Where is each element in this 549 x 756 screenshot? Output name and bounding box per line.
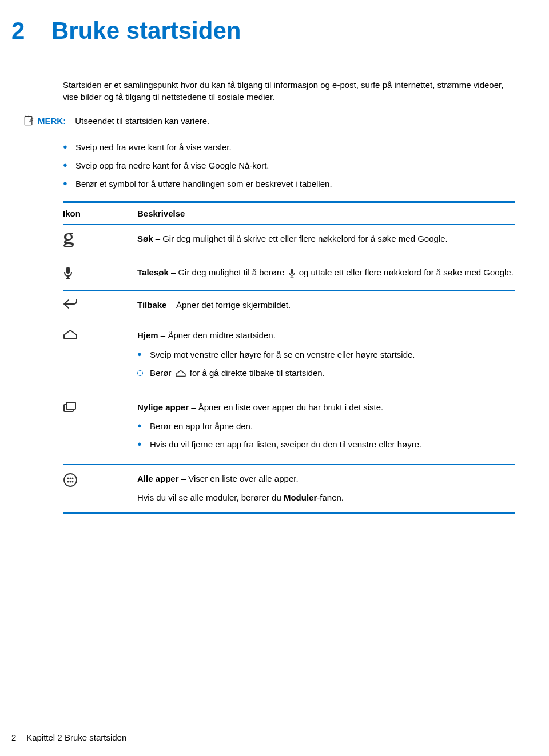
svg-rect-0: [25, 117, 32, 125]
row-label: Søk: [137, 234, 153, 243]
note-label: MERK:: [38, 116, 66, 126]
all-apps-icon: [63, 473, 78, 487]
intro-paragraph: Startsiden er et samlingspunkt hvor du k…: [63, 79, 515, 103]
icon-description-table: Ikon Beskrivelse Søk – Gir deg mulighet …: [63, 201, 515, 514]
svg-point-14: [70, 481, 71, 483]
table-row: Hjem – Åpner den midtre startsiden. Svei…: [63, 321, 515, 393]
row-text: Gir deg mulighet til å skrive ett eller …: [162, 234, 448, 243]
svg-rect-8: [66, 402, 75, 409]
table-row: Tilbake – Åpner det forrige skjermbildet…: [63, 291, 515, 321]
note-icon: [23, 115, 34, 126]
list-item: Berør et symbol for å utføre handlingen …: [63, 177, 515, 191]
back-icon: [63, 299, 78, 310]
row-label: Hjem: [137, 330, 158, 340]
table-row: Søk – Gir deg mulighet til å skrive ett …: [63, 225, 515, 258]
svg-point-13: [67, 481, 69, 483]
page-number: 2: [11, 733, 24, 742]
chapter-header: 2 Bruke startsiden: [11, 17, 515, 45]
row-label: Alle apper: [137, 474, 179, 483]
note-text: Utseendet til startsiden kan variere.: [75, 116, 209, 126]
home-icon: [175, 370, 186, 377]
microphone-icon: [63, 266, 73, 280]
row-text: Viser en liste over alle apper.: [188, 474, 298, 483]
page-footer: 2 Kapittel 2 Bruke startsiden: [11, 733, 126, 742]
sub-list-item: Berør en app for åpne den.: [137, 419, 515, 433]
table-header-row: Ikon Beskrivelse: [63, 203, 515, 224]
row-label: Nylige apper: [137, 402, 189, 412]
svg-point-10: [67, 478, 69, 479]
footer-text: Kapittel 2 Bruke startsiden: [26, 733, 126, 742]
row-text: Gir deg mulighet til å berøre: [178, 267, 287, 277]
table-row: Alle apper – Viser en liste over alle ap…: [63, 465, 515, 512]
sub-list-item: Sveip mot venstre eller høyre for å se e…: [137, 348, 515, 362]
svg-point-9: [64, 474, 77, 486]
google-g-icon: [63, 233, 74, 247]
list-item: Sveip ned fra øvre kant for å vise varsl…: [63, 141, 515, 154]
svg-rect-4: [291, 269, 293, 274]
chapter-number: 2: [11, 17, 51, 45]
header-icon: Ikon: [63, 209, 137, 218]
sub-list-item: Hvis du vil fjerne en app fra listen, sv…: [137, 438, 515, 451]
header-desc: Beskrivelse: [137, 209, 515, 218]
microphone-icon: [288, 269, 296, 278]
row-text: Åpner en liste over apper du har brukt i…: [198, 402, 384, 412]
list-item: Sveip opp fra nedre kant for å vise Goog…: [63, 159, 515, 173]
table-row: Nylige apper – Åpner en liste over apper…: [63, 393, 515, 465]
chapter-title: Bruke startsiden: [51, 17, 241, 45]
svg-point-15: [72, 481, 74, 483]
note-box: MERK: Utseendet til startsiden kan varie…: [23, 111, 515, 130]
svg-point-12: [72, 478, 74, 479]
row-text: Åpner det forrige skjermbildet.: [176, 300, 291, 310]
home-icon: [63, 329, 78, 339]
row-text: Åpner den midtre startsiden.: [168, 330, 275, 340]
row-label: Talesøk: [137, 267, 169, 277]
table-row: Talesøk – Gir deg mulighet til å berøre …: [63, 258, 515, 290]
row-text: og uttale ett eller flere nøkkelord for …: [299, 267, 514, 277]
recent-apps-icon: [63, 401, 77, 413]
sub-list-item: Berør for å gå direkte tilbake til start…: [137, 366, 515, 380]
svg-point-11: [70, 478, 71, 479]
svg-rect-1: [66, 267, 70, 274]
main-bullet-list: Sveip ned fra øvre kant for å vise varsl…: [63, 141, 515, 191]
row-label: Tilbake: [137, 300, 166, 310]
